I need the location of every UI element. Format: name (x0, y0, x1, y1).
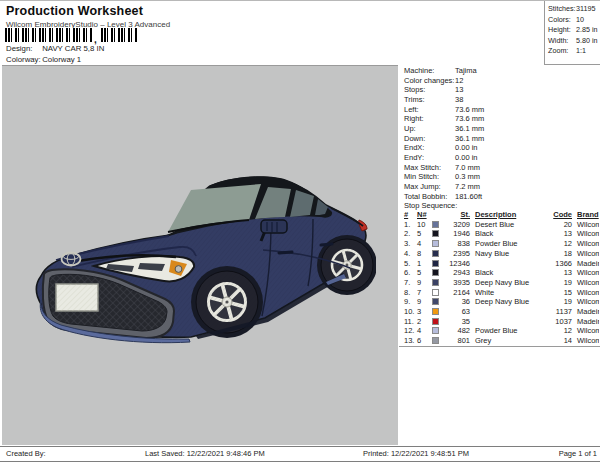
machine-info-label: Right: (404, 114, 455, 124)
thread-color-swatch (432, 327, 439, 334)
machine-info-value: 181.60ft (455, 192, 482, 201)
stop-sequence-title: Stop Sequence: (404, 201, 457, 210)
design-label: Design: (6, 44, 40, 53)
summary-value: 1:1 (576, 46, 586, 55)
design-value: NAVY CAR 5,8 IN (42, 44, 104, 53)
machine-info-label: Color changes: (404, 76, 455, 86)
machine-info-row: Up:36.1 mm (404, 124, 598, 134)
machine-info-row: EndX:0.00 in (404, 143, 598, 153)
footer-bottom-divider (0, 461, 600, 462)
machine-info-row: Max Stitch:7.0 mm (404, 163, 598, 173)
summary-value: 5.80 in (576, 36, 598, 45)
summary-label: Zoom: (548, 46, 576, 57)
summary-value: 2.85 in (576, 25, 598, 34)
last-saved-text: Last Saved: 12/22/2021 9:48:46 PM (145, 449, 265, 458)
printed-text: Printed: 12/22/2021 9:48:51 PM (363, 449, 469, 458)
barcode-bars-left (5, 28, 93, 42)
summary-label: Height: (548, 25, 576, 36)
machine-info-row: Machine:Tajima (404, 66, 598, 76)
colorway-label: Colorway: (6, 55, 40, 64)
machine-info-value: 13 (455, 85, 463, 94)
machine-info-row: Right:73.6 mm (404, 114, 598, 124)
machine-info-value: 36.1 mm (455, 134, 484, 143)
summary-label: Width: (548, 36, 576, 47)
design-summary-box: Stitches:31195Colors:10Height:2.85 inWid… (544, 1, 600, 65)
machine-info-label: EndY: (404, 153, 455, 163)
thread-color-swatch (432, 260, 439, 267)
toyota-emblem (62, 253, 81, 266)
thread-color-swatch (432, 230, 439, 237)
summary-row: Zoom:1:1 (548, 46, 600, 57)
thread-color-swatch (432, 337, 439, 344)
barcode-separator: , (94, 37, 97, 42)
machine-info-panel: Machine:TajimaColor changes:12Stops:13Tr… (404, 66, 598, 201)
colorway-row: Colorway: Colorway 1 (6, 55, 81, 64)
machine-info-row: Left:73.6 mm (404, 105, 598, 115)
machine-info-label: Max Jump: (404, 182, 455, 192)
thread-color-swatch (432, 269, 439, 276)
thread-color-swatch (432, 279, 439, 286)
summary-row: Height:2.85 in (548, 25, 600, 36)
summary-label: Stitches: (548, 4, 576, 15)
summary-row: Colors:10 (548, 15, 600, 26)
machine-info-value: 0.00 in (455, 153, 478, 162)
machine-info-value: 7.2 mm (455, 182, 480, 191)
production-worksheet-page: Production Worksheet Wilcom EmbroiderySt… (0, 0, 600, 464)
machine-info-value: 7.0 mm (455, 163, 480, 172)
thread-color-swatch (432, 250, 439, 257)
stop-sequence-row: 8.72164White15Wilcom (404, 288, 599, 298)
machine-info-row: Stops:13 (404, 85, 598, 95)
stop-sequence-row: 5.1123461366Madeira Classic 40 (404, 259, 599, 269)
summary-row: Width:5.80 in (548, 36, 600, 47)
summary-label: Colors: (548, 15, 576, 26)
stop-sequence-row: 1.103209Desert Blue20Wilcom (404, 220, 599, 230)
machine-info-row: Trims:38 (404, 95, 598, 105)
stop-sequence-row: 10.3631137Madeira Classic 40 (404, 307, 599, 317)
design-canvas (2, 65, 398, 445)
colorway-value: Colorway 1 (42, 55, 81, 64)
machine-info-label: EndX: (404, 143, 455, 153)
machine-info-label: Trims: (404, 95, 455, 105)
stop-sequence-row: 6.52943Black13Wilcom (404, 268, 599, 278)
created-by-label: Created By: (6, 449, 46, 458)
table-end-divider (399, 346, 600, 347)
page-title: Production Worksheet (6, 4, 143, 18)
thread-color-swatch (432, 289, 439, 296)
machine-info-label: Max Stitch: (404, 163, 455, 173)
machine-info-row: Down:36.1 mm (404, 134, 598, 144)
design-name-row: Design: NAVY CAR 5,8 IN (6, 44, 104, 53)
machine-info-label: Machine: (404, 66, 455, 76)
machine-info-label: Down: (404, 134, 455, 144)
machine-info-label: Total Bobbin: (404, 192, 455, 202)
machine-info-label: Left: (404, 105, 455, 115)
stop-sequence-row: 4.82395Navy Blue18Wilcom (404, 249, 599, 259)
machine-info-value: 38 (455, 95, 463, 104)
machine-info-row: Color changes:12 (404, 76, 598, 86)
thread-color-swatch (432, 240, 439, 247)
stop-sequence-row: 13.6801Grey14Wilcom (404, 336, 599, 346)
stop-sequence-header: # N# St. Description Code Brand (404, 210, 599, 220)
page-number: Page 1 of 1 (559, 449, 597, 458)
stop-sequence-row: 9.936Deep Navy Blue19Wilcom (404, 297, 599, 307)
stop-sequence-row: 12.4482Powder Blue12Wilcom (404, 326, 599, 336)
machine-info-value: 0.00 in (455, 143, 478, 152)
machine-info-row: Total Bobbin:181.60ft (404, 192, 598, 202)
machine-info-value: 36.1 mm (455, 124, 484, 133)
machine-info-label: Min Stitch: (404, 172, 455, 182)
stop-sequence-table: # N# St. Description Code Brand 1.103209… (404, 210, 599, 346)
footer-top-divider (0, 446, 600, 447)
barcode-icon: , (5, 28, 137, 42)
summary-value: 10 (576, 15, 584, 24)
machine-info-row: EndY:0.00 in (404, 153, 598, 163)
machine-info-row: Max Jump:7.2 mm (404, 182, 598, 192)
thread-color-swatch (432, 308, 439, 315)
machine-info-label: Up: (404, 124, 455, 134)
summary-value: 31195 (576, 4, 595, 13)
summary-row: Stitches:31195 (548, 4, 600, 15)
thread-color-swatch (432, 221, 439, 228)
stop-sequence-row: 2.51946Black13Wilcom (404, 229, 599, 239)
machine-info-label: Stops: (404, 85, 455, 95)
machine-info-value: 12 (455, 76, 463, 85)
navy-car-embroidery-design (28, 168, 376, 370)
thread-color-swatch (432, 318, 439, 325)
